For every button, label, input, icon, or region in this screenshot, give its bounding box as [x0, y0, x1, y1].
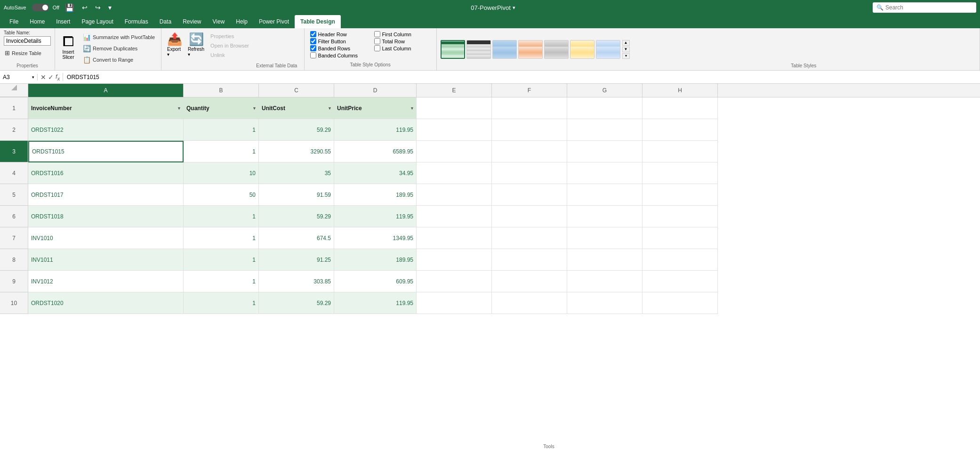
cell-f7[interactable]	[492, 227, 567, 249]
header-unitprice-dropdown[interactable]: ▾	[411, 106, 413, 111]
tab-view[interactable]: View	[207, 15, 231, 28]
cell-a4[interactable]: ORDST1016	[28, 162, 184, 184]
cell-f2[interactable]	[492, 119, 567, 141]
cell-c2[interactable]: 59.29	[259, 119, 334, 141]
row-num-4[interactable]: 4	[0, 162, 28, 184]
tab-power-pivot[interactable]: Power Pivot	[253, 15, 295, 28]
style-swatch-orange[interactable]	[518, 40, 543, 59]
style-swatch-green[interactable]	[441, 40, 465, 59]
cell-f1[interactable]	[492, 97, 567, 119]
cell-e5[interactable]	[417, 184, 492, 206]
header-unitcost-dropdown[interactable]: ▾	[329, 106, 331, 111]
cell-c4[interactable]: 35	[259, 162, 334, 184]
cell-h4[interactable]	[643, 162, 718, 184]
summarize-pivottable-button[interactable]: 📊 Summarize with PivotTable	[80, 32, 157, 42]
cell-e7[interactable]	[417, 227, 492, 249]
cell-a5[interactable]: ORDST1017	[28, 184, 184, 206]
col-header-d[interactable]: D	[334, 84, 417, 97]
refresh-button[interactable]: 🔄 Refresh ▾	[186, 30, 206, 59]
row-num-2[interactable]: 2	[0, 119, 28, 141]
cell-c7[interactable]: 674.5	[259, 227, 334, 249]
cell-d2[interactable]: 119.95	[334, 119, 417, 141]
header-row-option[interactable]: Header Row	[310, 31, 367, 37]
tab-home[interactable]: Home	[24, 15, 50, 28]
cell-a1[interactable]: InvoiceNumber ▾	[28, 97, 184, 119]
cell-g3[interactable]	[567, 141, 643, 162]
cell-d3[interactable]: 6589.95	[334, 141, 417, 162]
first-column-checkbox[interactable]	[374, 31, 380, 37]
cell-g7[interactable]	[567, 227, 643, 249]
cell-h3[interactable]	[643, 141, 718, 162]
col-header-g[interactable]: G	[567, 84, 643, 97]
search-input[interactable]	[885, 4, 972, 11]
cell-e10[interactable]	[417, 292, 492, 314]
col-header-c[interactable]: C	[259, 84, 334, 97]
cell-e4[interactable]	[417, 162, 492, 184]
table-name-input[interactable]	[4, 36, 51, 46]
header-invoice-dropdown[interactable]: ▾	[178, 106, 180, 111]
row-num-6[interactable]: 6	[0, 206, 28, 227]
cell-b5[interactable]: 50	[184, 184, 259, 206]
cell-a9[interactable]: INV1012	[28, 271, 184, 292]
total-row-option[interactable]: Total Row	[374, 38, 431, 44]
header-quantity-dropdown[interactable]: ▾	[253, 106, 256, 111]
cell-a8[interactable]: INV1011	[28, 249, 184, 271]
cell-reference[interactable]: A3 ▾	[0, 74, 38, 81]
cell-c8[interactable]: 91.25	[259, 249, 334, 271]
cell-f10[interactable]	[492, 292, 567, 314]
cell-h10[interactable]	[643, 292, 718, 314]
tab-file[interactable]: File	[4, 15, 24, 28]
cell-d5[interactable]: 189.95	[334, 184, 417, 206]
cell-d10[interactable]: 119.95	[334, 292, 417, 314]
export-button[interactable]: 📤 Export ▾	[165, 30, 184, 59]
cell-h5[interactable]	[643, 184, 718, 206]
tab-help[interactable]: Help	[230, 15, 253, 28]
banded-rows-checkbox[interactable]	[310, 45, 316, 51]
cell-e1[interactable]	[417, 97, 492, 119]
cell-h2[interactable]	[643, 119, 718, 141]
row-num-10[interactable]: 10	[0, 292, 28, 314]
style-swatch-blue2[interactable]	[596, 40, 620, 59]
cell-g9[interactable]	[567, 271, 643, 292]
cell-a6[interactable]: ORDST1018	[28, 206, 184, 227]
cell-f3[interactable]	[492, 141, 567, 162]
cell-d7[interactable]: 1349.95	[334, 227, 417, 249]
cell-c5[interactable]: 91.59	[259, 184, 334, 206]
cell-ref-dropdown[interactable]: ▾	[32, 75, 34, 80]
style-swatch-gray[interactable]	[544, 40, 569, 59]
open-browser-button[interactable]: Open in Browser	[208, 41, 251, 50]
function-icon[interactable]: fx	[56, 73, 60, 81]
cell-b10[interactable]: 1	[184, 292, 259, 314]
cell-c1[interactable]: UnitCost ▾	[259, 97, 334, 119]
filter-button-option[interactable]: Filter Button	[310, 38, 367, 44]
cell-c3[interactable]: 3290.55	[259, 141, 334, 162]
undo-icon[interactable]: ↩	[80, 3, 89, 12]
cell-b7[interactable]: 1	[184, 227, 259, 249]
cell-d9[interactable]: 609.95	[334, 271, 417, 292]
row-num-9[interactable]: 9	[0, 271, 28, 292]
cell-g6[interactable]	[567, 206, 643, 227]
cell-b6[interactable]: 1	[184, 206, 259, 227]
last-column-checkbox[interactable]	[374, 45, 380, 51]
scroll-down-arrow[interactable]: ▼	[622, 47, 630, 52]
cell-g1[interactable]	[567, 97, 643, 119]
cell-e8[interactable]	[417, 249, 492, 271]
style-swatch-black[interactable]	[466, 40, 491, 59]
remove-duplicates-button[interactable]: 🔄 Remove Duplicates	[80, 43, 157, 54]
row-num-1[interactable]: 1	[0, 97, 28, 119]
cell-c6[interactable]: 59.29	[259, 206, 334, 227]
confirm-icon[interactable]: ✓	[48, 73, 54, 81]
cell-g8[interactable]	[567, 249, 643, 271]
cell-b9[interactable]: 1	[184, 271, 259, 292]
insert-slicer-btn[interactable]: ⧠ InsertSlicer	[59, 30, 78, 64]
autosave-toggle[interactable]	[32, 4, 49, 11]
cancel-icon[interactable]: ✕	[40, 73, 46, 81]
cell-e6[interactable]	[417, 206, 492, 227]
cell-f8[interactable]	[492, 249, 567, 271]
cell-g2[interactable]	[567, 119, 643, 141]
cell-f5[interactable]	[492, 184, 567, 206]
row-num-3[interactable]: 3	[0, 141, 28, 162]
cell-a2[interactable]: ORDST1022	[28, 119, 184, 141]
cell-b4[interactable]: 10	[184, 162, 259, 184]
cell-d1[interactable]: UnitPrice ▾	[334, 97, 417, 119]
